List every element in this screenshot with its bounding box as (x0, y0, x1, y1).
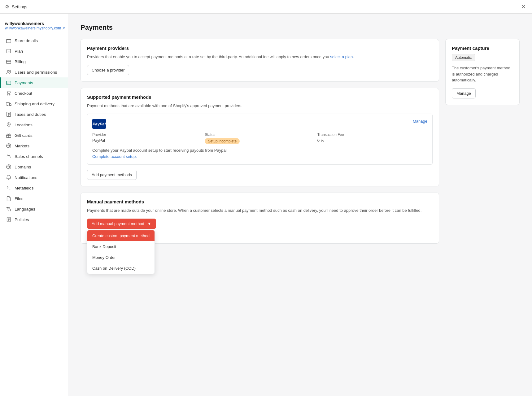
sidebar-item-billing[interactable]: Billing (0, 56, 68, 67)
dropdown-item-money-order[interactable]: Money Order (87, 252, 155, 263)
svg-point-3 (7, 71, 9, 72)
gift-icon (6, 133, 11, 138)
provider-label: Provider (92, 133, 202, 137)
locations-icon (6, 122, 11, 128)
paypal-logo: PayPal (92, 119, 106, 129)
content-area: Payments Payment providers Providers tha… (68, 14, 532, 396)
close-button[interactable]: ✕ (520, 3, 527, 11)
transaction-fee-label: Transaction Fee (317, 133, 427, 137)
svg-point-9 (7, 105, 8, 106)
supported-payment-methods-card: Supported payment methods Payment method… (81, 88, 439, 187)
sidebar-item-payments[interactable]: Payments (0, 77, 68, 88)
sidebar-label-store-details: Store details (15, 38, 38, 43)
manual-payment-methods-card: Manual payment methods Payments that are… (81, 193, 439, 244)
provider-notice: Complete your Paypal account setup to st… (92, 147, 427, 159)
manual-methods-title: Manual payment methods (87, 199, 433, 204)
sidebar-item-metafields[interactable]: Metafields (0, 183, 68, 193)
capture-desc: The customer's payment method is authori… (452, 65, 513, 83)
sidebar-item-taxes-duties[interactable]: Taxes and duties (0, 109, 68, 120)
add-payment-methods-button[interactable]: Add payment methods (87, 170, 137, 180)
title-bar-title: Settings (12, 4, 28, 9)
sidebar-label-metafields: Metafields (15, 186, 34, 190)
page-title: Payments (81, 24, 520, 32)
sidebar-label-taxes: Taxes and duties (15, 112, 46, 117)
sidebar-label-markets: Markets (15, 144, 29, 148)
dropdown-item-create-custom[interactable]: Create custom payment method (87, 230, 155, 241)
sidebar-item-gift-cards[interactable]: Gift cards (0, 130, 68, 141)
title-bar: ⚙ Settings ✕ (0, 0, 532, 14)
languages-icon (6, 206, 11, 212)
payment-capture-manage-button[interactable]: Manage (452, 88, 476, 98)
sidebar-label-plan: Plan (15, 49, 23, 54)
svg-point-12 (8, 124, 9, 125)
store-name: willywonkaweiners (5, 21, 63, 26)
manual-payment-dropdown-menu: Create custom payment method Bank Deposi… (87, 230, 155, 274)
complete-account-link[interactable]: Complete account setup. (92, 154, 137, 159)
sidebar-item-notifications[interactable]: Notifications (0, 172, 68, 183)
add-manual-payment-button[interactable]: Add manual payment method ▼ (87, 219, 156, 229)
dropdown-arrow-icon: ▼ (147, 221, 151, 226)
sidebar-label-languages: Languages (15, 207, 35, 211)
checkout-icon (6, 90, 11, 96)
taxes-icon (6, 111, 11, 117)
payment-capture-title: Payment capture (452, 46, 513, 51)
payment-providers-title: Payment providers (87, 46, 433, 51)
store-url-link[interactable]: willywonkaweiners.myshopify.com ↗ (5, 26, 63, 30)
sidebar-item-store-details[interactable]: Store details (0, 35, 68, 46)
sidebar-label-policies: Policies (15, 217, 29, 222)
sidebar-label-domains: Domains (15, 165, 31, 169)
sidebar-label-users: Users and permissions (15, 70, 57, 75)
payment-providers-card: Payment providers Providers that enable … (81, 39, 439, 82)
dropdown-item-cod[interactable]: Cash on Delivery (COD) (87, 263, 155, 274)
sidebar-item-users-permissions[interactable]: Users and permissions (0, 67, 68, 77)
sidebar-item-markets[interactable]: Markets (0, 141, 68, 151)
sidebar-label-locations: Locations (15, 123, 33, 127)
content-main: Payment providers Providers that enable … (81, 39, 439, 244)
transaction-fee-value: 0 % (317, 138, 427, 143)
main-layout: willywonkaweiners willywonkaweiners.mysh… (0, 14, 532, 396)
select-plan-link[interactable]: select a plan (330, 54, 353, 59)
svg-rect-2 (7, 60, 11, 64)
plan-icon (6, 48, 11, 54)
sidebar-label-checkout: Checkout (15, 91, 32, 96)
dropdown-item-bank-deposit[interactable]: Bank Deposit (87, 241, 155, 252)
sidebar-item-shipping-delivery[interactable]: Shipping and delivery (0, 98, 68, 109)
sidebar-item-domains[interactable]: Domains (0, 162, 68, 172)
payments-icon (6, 80, 11, 85)
supported-methods-title: Supported payment methods (87, 94, 433, 100)
content-grid: Payment providers Providers that enable … (81, 39, 520, 244)
settings-icon: ⚙ (5, 4, 9, 10)
external-link-icon: ↗ (62, 26, 65, 30)
sidebar-item-languages[interactable]: Languages (0, 204, 68, 214)
files-icon (6, 196, 11, 201)
markets-icon (6, 143, 11, 149)
billing-icon (6, 59, 11, 64)
store-icon (6, 38, 11, 43)
sidebar-item-sales-channels[interactable]: Sales channels (0, 151, 68, 162)
sidebar-item-checkout[interactable]: Checkout (0, 88, 68, 98)
status-badge: Setup incomplete (205, 138, 240, 144)
svg-point-7 (9, 94, 10, 95)
manual-methods-desc: Payments that are made outside your onli… (87, 207, 433, 214)
provider-name: PayPal (92, 138, 202, 143)
app-window: ⚙ Settings ✕ willywonkaweiners willywonk… (0, 0, 532, 396)
sales-icon (6, 154, 11, 159)
sidebar-item-locations[interactable]: Locations (0, 120, 68, 130)
sidebar-label-gift-cards: Gift cards (15, 133, 33, 138)
svg-rect-8 (6, 102, 10, 105)
supported-methods-desc: Payment methods that are available with … (87, 103, 433, 109)
paypal-manage-link[interactable]: Manage (413, 119, 427, 124)
sidebar-label-billing: Billing (15, 59, 26, 64)
sidebar-label-notifications: Notifications (15, 175, 37, 180)
sidebar-label-sales-channels: Sales channels (15, 154, 43, 159)
sidebar-label-payments: Payments (15, 81, 33, 85)
sidebar-item-plan[interactable]: Plan (0, 46, 68, 56)
svg-rect-5 (7, 81, 11, 85)
capture-badge: Automatic (452, 54, 475, 61)
shipping-icon (6, 101, 11, 107)
sidebar-item-files[interactable]: Files (0, 193, 68, 204)
sidebar-item-policies[interactable]: Policies (0, 214, 68, 225)
choose-provider-button[interactable]: Choose a provider (87, 65, 129, 75)
paypal-provider-row: PayPal Manage Provider PayPal Status (87, 114, 433, 165)
sidebar-label-files: Files (15, 196, 24, 201)
